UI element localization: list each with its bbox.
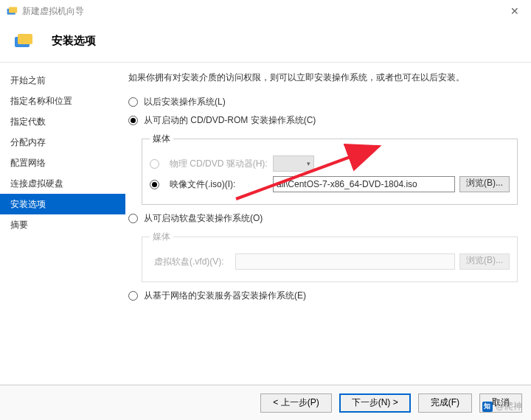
option-physical-drive[interactable]: 物理 CD/DVD 驱动器(H): ▾ — [150, 155, 510, 172]
finish-button[interactable]: 完成(F) — [418, 393, 472, 413]
vfd-label: 虚拟软盘(.vfd)(V): — [154, 256, 235, 268]
prev-button[interactable]: < 上一步(P) — [260, 393, 331, 413]
wizard-header: 安装选项 — [0, 22, 531, 63]
browse-button-disabled: 浏览(B)... — [459, 253, 510, 270]
watermark-text: @爬神 — [496, 400, 522, 413]
zhihu-icon: 知 — [482, 402, 493, 412]
fieldset-legend: 媒体 — [150, 133, 173, 145]
close-icon[interactable]: ✕ — [504, 5, 525, 17]
wizard-step[interactable]: 指定名称和位置 — [0, 91, 125, 111]
wizard-step[interactable]: 摘要 — [0, 214, 125, 235]
wizard-step[interactable]: 配置网络 — [0, 153, 125, 173]
radio-icon — [128, 97, 138, 107]
wizard-footer: < 上一步(P) 下一步(N) > 完成(F) 取消 — [0, 385, 531, 420]
option-iso-file[interactable]: 映像文件(.iso)(I): all\CentOS-7-x86_64-DVD-1… — [150, 176, 510, 192]
wizard-step[interactable]: 开始之前 — [0, 70, 125, 91]
wizard-step[interactable]: 连接虚拟硬盘 — [0, 173, 125, 194]
titlebar: 新建虚拟机向导 ✕ — [0, 0, 531, 22]
intro-text: 如果你拥有对安装介质的访问权限，则可以立即安装操作系统，或者也可在以后安装。 — [128, 71, 518, 84]
vfd-path-input — [235, 253, 455, 270]
wizard-content: 如果你拥有对安装介质的访问权限，则可以立即安装操作系统，或者也可在以后安装。 以… — [125, 63, 531, 379]
next-button[interactable]: 下一步(N) > — [339, 393, 411, 413]
option-label: 从可启动软盘安装操作系统(O) — [144, 212, 263, 225]
radio-icon — [128, 214, 138, 223]
wizard-step[interactable]: 分配内存 — [0, 132, 125, 153]
physical-drive-label: 物理 CD/DVD 驱动器(H): — [170, 158, 273, 170]
wizard-header-icon — [13, 32, 34, 49]
window-title: 新建虚拟机向导 — [22, 5, 504, 18]
option-install-later[interactable]: 以后安装操作系统(L) — [128, 96, 518, 108]
physical-drive-dropdown: ▾ — [273, 155, 314, 172]
media-group-floppy: 媒体 虚拟软盘(.vfd)(V): 浏览(B)... — [142, 231, 518, 282]
option-label: 从可启动的 CD/DVD-ROM 安装操作系统(C) — [144, 114, 316, 127]
media-group-cd: 媒体 物理 CD/DVD 驱动器(H): ▾ 映像文件(.iso)(I): al… — [142, 133, 518, 205]
svg-rect-1 — [9, 7, 17, 13]
option-install-network[interactable]: 从基于网络的安装服务器安装操作系统(E) — [128, 290, 518, 302]
browse-button[interactable]: 浏览(B)... — [459, 176, 510, 192]
wizard-step[interactable]: 安装选项 — [0, 194, 125, 214]
option-label: 从基于网络的安装服务器安装操作系统(E) — [144, 290, 306, 302]
wizard-icon — [6, 6, 18, 16]
iso-path-input[interactable]: all\CentOS-7-x86_64-DVD-1804.iso — [273, 176, 455, 192]
radio-icon — [150, 159, 159, 169]
page-title: 安装选项 — [52, 34, 96, 48]
svg-rect-3 — [18, 34, 32, 44]
option-label: 以后安装操作系统(L) — [144, 96, 226, 108]
fieldset-legend: 媒体 — [150, 231, 173, 243]
option-install-floppy[interactable]: 从可启动软盘安装操作系统(O) — [128, 212, 518, 225]
watermark: 知 @爬神 — [482, 400, 522, 413]
option-install-cd[interactable]: 从可启动的 CD/DVD-ROM 安装操作系统(C) — [128, 114, 518, 127]
wizard-step[interactable]: 指定代数 — [0, 111, 125, 132]
radio-icon — [128, 116, 138, 125]
iso-label: 映像文件(.iso)(I): — [170, 178, 273, 191]
chevron-down-icon: ▾ — [307, 160, 310, 167]
radio-icon — [150, 180, 159, 189]
wizard-steps-sidebar: 开始之前指定名称和位置指定代数分配内存配置网络连接虚拟硬盘安装选项摘要 — [0, 63, 125, 379]
radio-icon — [128, 291, 138, 301]
